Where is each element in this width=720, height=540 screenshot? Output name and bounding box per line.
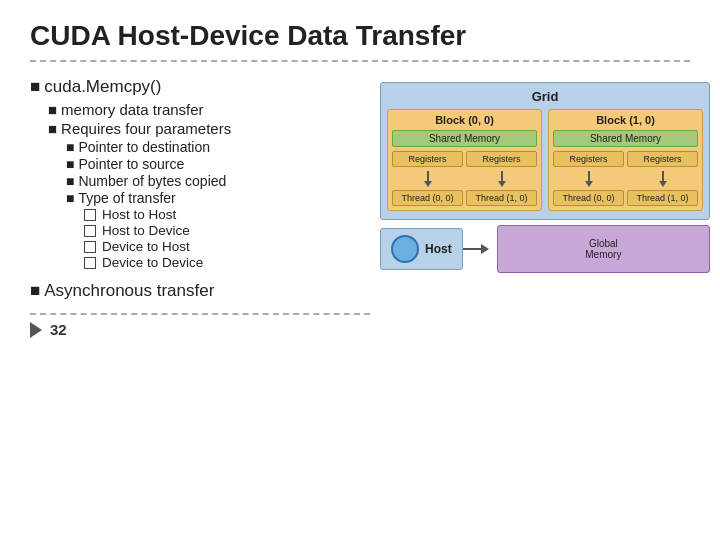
host-label: Host <box>425 242 452 256</box>
sub-bullet-1: ■ <box>66 156 74 172</box>
host-arrow-tip-icon <box>481 244 489 254</box>
thread-1-0-0: Thread (0, 0) <box>553 190 624 206</box>
cuda-memcpy-label: cuda.Memcpy() <box>44 77 161 97</box>
register-0-1: Registers <box>466 151 537 167</box>
grid-label: Grid <box>387 89 703 104</box>
host-arrow-line <box>463 248 481 250</box>
global-memory-label: GlobalMemory <box>585 238 621 260</box>
register-1-0: Registers <box>553 151 624 167</box>
cuda-diagram: Grid Block (0, 0) Shared Memory Register… <box>380 82 710 273</box>
async-heading: ■ Asynchronous transfer <box>30 281 370 301</box>
block-1-0: Block (1, 0) Shared Memory Registers Reg… <box>548 109 703 211</box>
slide-container: CUDA Host-Device Data Transfer ■ cuda.Me… <box>0 0 720 540</box>
block-1-0-label: Block (1, 0) <box>553 114 698 126</box>
footer-bar: 32 <box>30 313 370 338</box>
footer-arrow-icon <box>30 322 42 338</box>
shared-mem-0: Shared Memory <box>392 130 537 147</box>
sub-item-1: ■ Pointer to source <box>66 156 370 172</box>
transfer-type-0: Host to Host <box>84 207 370 222</box>
async-bullet-icon: ■ <box>30 281 40 301</box>
arrow-down-0 <box>392 171 463 187</box>
transfer-type-1: Host to Device <box>84 223 370 238</box>
blocks-row: Block (0, 0) Shared Memory Registers Reg… <box>387 109 703 211</box>
block-0-0: Block (0, 0) Shared Memory Registers Reg… <box>387 109 542 211</box>
page-title: CUDA Host-Device Data Transfer <box>30 20 690 62</box>
checkbox-device-to-host <box>84 241 96 253</box>
global-memory-box: GlobalMemory <box>497 225 710 273</box>
arrow-down-3 <box>627 171 698 187</box>
arrows-row-0 <box>392 171 537 187</box>
checkbox-host-to-host <box>84 209 96 221</box>
register-1-1: Registers <box>627 151 698 167</box>
sub-item-0: ■ Pointer to destination <box>66 139 370 155</box>
requires-label: Requires four parameters <box>61 120 231 137</box>
content-area: ■ cuda.Memcpy() ■ memory data transfer ■… <box>30 72 690 525</box>
sub-bullet-3: ■ <box>66 190 74 206</box>
register-0-0: Registers <box>392 151 463 167</box>
sub-item-3: ■ Type of transfer <box>66 190 370 206</box>
memory-heading: ■ memory data transfer <box>48 101 370 118</box>
page-number: 32 <box>50 321 67 338</box>
checkbox-host-to-device <box>84 225 96 237</box>
memory-label: memory data transfer <box>61 101 204 118</box>
cuda-memcpy-heading: ■ cuda.Memcpy() <box>30 77 370 97</box>
shared-mem-1: Shared Memory <box>553 130 698 147</box>
registers-row-1: Registers Registers <box>553 151 698 167</box>
threads-row-0: Thread (0, 0) Thread (1, 0) <box>392 190 537 206</box>
left-column: ■ cuda.Memcpy() ■ memory data transfer ■… <box>30 72 370 525</box>
transfer-type-2: Device to Host <box>84 239 370 254</box>
thread-0-0-0: Thread (0, 0) <box>392 190 463 206</box>
sub-bullet-requires: ■ <box>48 120 57 137</box>
host-box: Host <box>380 228 463 270</box>
below-grid: Host GlobalMemory <box>380 225 710 273</box>
checkbox-device-to-device <box>84 257 96 269</box>
sub-item-2: ■ Number of bytes copied <box>66 173 370 189</box>
transfer-types-list: Host to Host Host to Device Device to Ho… <box>84 207 370 271</box>
arrow-down-2 <box>553 171 624 187</box>
block-0-0-label: Block (0, 0) <box>392 114 537 126</box>
right-column: Grid Block (0, 0) Shared Memory Register… <box>380 72 710 525</box>
thread-0-0-1: Thread (1, 0) <box>466 190 537 206</box>
threads-row-1: Thread (0, 0) Thread (1, 0) <box>553 190 698 206</box>
sub-bullet-2: ■ <box>66 173 74 189</box>
thread-1-0-1: Thread (1, 0) <box>627 190 698 206</box>
arrow-down-1 <box>466 171 537 187</box>
transfer-type-3: Device to Device <box>84 255 370 270</box>
registers-row-0: Registers Registers <box>392 151 537 167</box>
sub-bullet-memory: ■ <box>48 101 57 118</box>
host-circle-icon <box>391 235 419 263</box>
bullet-icon: ■ <box>30 77 40 97</box>
grid-box: Grid Block (0, 0) Shared Memory Register… <box>380 82 710 220</box>
sub-bullet-0: ■ <box>66 139 74 155</box>
async-label: Asynchronous transfer <box>44 281 214 301</box>
host-arrow <box>463 244 489 254</box>
requires-heading: ■ Requires four parameters <box>48 120 370 137</box>
arrows-row-1 <box>553 171 698 187</box>
